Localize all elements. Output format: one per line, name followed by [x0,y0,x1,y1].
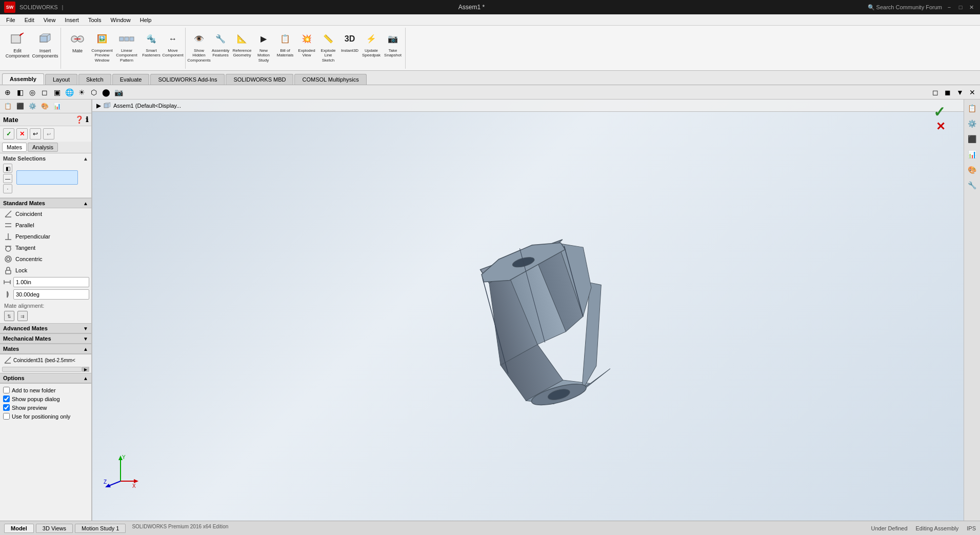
mates-list-header[interactable]: Mates ▲ [0,344,91,354]
tab-solidworks-addins[interactable]: SOLIDWORKS Add-Ins [150,74,225,85]
hide-show-icon[interactable]: ◻ [39,87,50,98]
panel-icon-tree[interactable]: 📋 [2,101,13,112]
tab-sketch[interactable]: Sketch [78,74,111,85]
redo-button[interactable]: ↩ [43,128,54,140]
mate-button[interactable]: Mate [64,29,91,67]
cancel-button[interactable]: ✕ [16,128,28,140]
alignment-anti-aligned[interactable]: ⇅ [4,311,14,321]
close-button[interactable]: ✕ [968,3,976,11]
show-popup-checkbox[interactable] [3,395,10,402]
display-style-icon[interactable]: ▣ [51,87,63,98]
instant3d-button[interactable]: 3D Instant3D [339,29,360,67]
rt-propertymanager-icon[interactable]: ⚙️ [966,117,979,130]
rt-customproperties-icon[interactable]: 🔧 [966,179,979,192]
analysis-tab[interactable]: Analysis [28,143,58,152]
rt-appearancemanager-icon[interactable]: 🎨 [966,163,979,176]
insert-components-button[interactable]: Insert Components [32,29,58,67]
section-view-icon[interactable]: ◧ [14,87,26,98]
rt-dimetabmanager-icon[interactable]: 📊 [966,148,979,161]
angle-input[interactable] [13,289,89,300]
mate-help-icon[interactable]: ❓ [75,115,84,124]
distance-input[interactable] [13,277,89,287]
perpendicular-item[interactable]: Perpendicular [0,231,91,242]
minimize-panel-icon[interactable]: ▼ [954,87,966,98]
model-tab[interactable]: Model [4,524,34,533]
standard-mates-header[interactable]: Standard Mates ▲ [0,198,91,208]
search-box[interactable]: 🔍 Search Community Forum [868,4,942,11]
tab-solidworks-mbd[interactable]: SOLIDWORKS MBD [226,74,293,85]
tab-layout[interactable]: Layout [45,74,77,85]
tree-expand-arrow[interactable]: ▶ [96,102,101,109]
menu-tools[interactable]: Tools [84,16,106,24]
accept-button[interactable]: ✓ [3,128,14,140]
apply-scene-icon[interactable]: ⬤ [101,87,112,98]
panel-size-1-icon[interactable]: ◻ [930,87,941,98]
concentric-item[interactable]: Concentric [0,253,91,265]
scroll-right[interactable]: ▶ [82,367,89,372]
scene-icon[interactable]: ☀ [76,87,87,98]
move-component-button[interactable]: ↔ Move Component [163,29,183,67]
reference-geometry-button[interactable]: 📐 Reference Geometry [232,29,252,67]
explode-line-sketch-button[interactable]: 📏 Explode Line Sketch [318,29,338,67]
face-select-icon[interactable]: ◧ [3,164,12,173]
x-overlay[interactable]: ✕ [936,120,945,133]
menu-insert[interactable]: Insert [61,16,83,24]
smart-fasteners-button[interactable]: 🔩 Smart Fasteners [141,29,162,67]
rt-configurationmanager-icon[interactable]: ⬛ [966,132,979,146]
assembly-features-button[interactable]: 🔧 Assembly Features [210,29,231,67]
panel-icon-appearance[interactable]: 🎨 [39,101,50,112]
linear-pattern-button[interactable]: Linear Component Pattern [113,29,140,67]
close-panel-icon[interactable]: ✕ [967,87,978,98]
panel-icon-config[interactable]: ⚙️ [27,101,38,112]
lock-item[interactable]: Lock [0,265,91,276]
exploded-view-button[interactable]: 💥 Exploded View [296,29,317,67]
menu-help[interactable]: Help [136,16,156,24]
dynamic-annotation-icon[interactable]: ◎ [27,87,38,98]
mate-selections-collapse[interactable]: ▲ [83,156,88,162]
show-hidden-button[interactable]: 👁️ Show Hidden Components [189,29,209,67]
mates-list-item[interactable]: Coincident31 (bed-2.5mm< [0,355,91,365]
take-snapshot-button[interactable]: 📷 Take Snapshot [383,29,403,67]
tab-evaluate[interactable]: Evaluate [112,74,150,85]
maximize-button[interactable]: □ [956,3,965,11]
menu-edit[interactable]: Edit [21,16,38,24]
new-motion-study-button[interactable]: ▶ New Motion Study [253,29,274,67]
view-settings-icon[interactable]: ⬡ [88,87,99,98]
mate-info-icon[interactable]: ℹ [86,115,88,124]
show-preview-checkbox[interactable] [3,404,10,411]
viewport[interactable]: ▶ Assem1 (Default<Display... [92,100,964,521]
menu-window[interactable]: Window [107,16,135,24]
minimize-button[interactable]: − [945,3,953,11]
use-for-positioning-checkbox[interactable] [3,413,10,420]
selection-input[interactable] [16,170,78,185]
view-orientation-icon[interactable]: ⊕ [2,87,13,98]
bill-of-materials-button[interactable]: 📋 Bill of Materials [275,29,295,67]
panel-icon-stats[interactable]: 📊 [51,101,63,112]
mechanical-mates-header[interactable]: Mechanical Mates ▼ [0,333,91,344]
rt-featuremanager-icon[interactable]: 📋 [966,102,979,115]
vertex-select-icon[interactable]: · [3,184,12,193]
menu-file[interactable]: File [2,16,19,24]
alignment-aligned[interactable]: ⇉ [17,311,28,321]
advanced-mates-header[interactable]: Advanced Mates ▼ [0,323,91,333]
menu-view[interactable]: View [39,16,60,24]
panel-size-2-icon[interactable]: ◼ [942,87,953,98]
horizontal-scrollbar[interactable] [2,367,82,372]
parallel-item[interactable]: Parallel [0,220,91,231]
component-preview-button[interactable]: 🖼️ Component Preview Window [92,29,112,67]
mates-tab[interactable]: Mates [2,143,27,152]
coincident-item[interactable]: Coincident [0,208,91,220]
panel-icon-properties[interactable]: ⬛ [14,101,26,112]
motion-study-tab[interactable]: Motion Study 1 [75,524,126,533]
tab-assembly[interactable]: Assembly [2,73,44,85]
camera-icon[interactable]: 📷 [113,87,124,98]
update-speedpak-button[interactable]: ⚡ Update Speedpak [361,29,382,67]
check-overlay[interactable]: ✓ [933,104,945,121]
options-header[interactable]: Options ▲ [0,373,91,383]
tangent-item[interactable]: Tangent [0,242,91,253]
3d-views-tab[interactable]: 3D Views [36,524,73,533]
undo-button[interactable]: ↩ [30,128,41,140]
edit-component-button[interactable]: Edit Component [4,29,31,67]
tab-comsol[interactable]: COMSOL Multiphysics [294,74,366,85]
render-icon[interactable]: 🌐 [64,87,75,98]
